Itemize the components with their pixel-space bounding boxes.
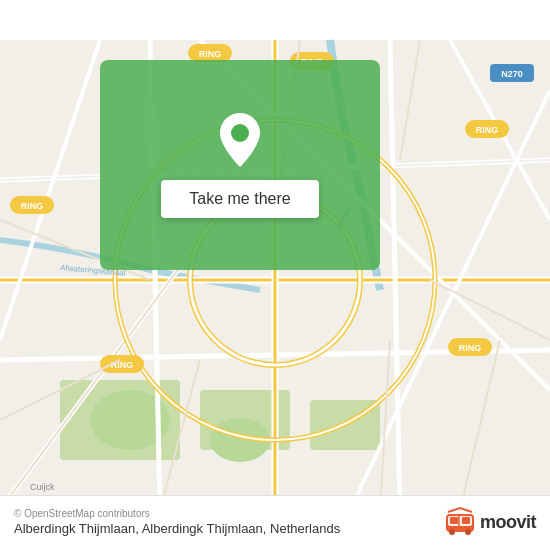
copyright-text: © OpenStreetMap contributors (14, 508, 340, 519)
svg-point-53 (449, 529, 455, 535)
moovit-logo: moovit (444, 506, 536, 538)
svg-text:RING: RING (111, 360, 134, 370)
svg-text:Cuijck: Cuijck (30, 482, 55, 492)
map-container: RING RING RING RING RING RING N270 Cuijc… (0, 0, 550, 550)
svg-text:RING: RING (476, 125, 499, 135)
take-me-there-button[interactable]: Take me there (161, 180, 318, 218)
svg-rect-55 (450, 517, 458, 524)
svg-text:RING: RING (199, 49, 222, 59)
moovit-text: moovit (480, 512, 536, 533)
svg-rect-56 (462, 517, 470, 524)
moovit-logo-icon (444, 506, 476, 538)
footer: © OpenStreetMap contributors Alberdingk … (0, 495, 550, 550)
location-overlay: Take me there (100, 60, 380, 270)
location-pin-icon (216, 112, 264, 168)
svg-text:RING: RING (459, 343, 482, 353)
svg-point-50 (231, 124, 249, 142)
footer-info: © OpenStreetMap contributors Alberdingk … (14, 508, 340, 536)
address-text: Alberdingk Thijmlaan, Alberdingk Thijmla… (14, 521, 340, 536)
svg-text:N270: N270 (501, 69, 523, 79)
svg-text:RING: RING (21, 201, 44, 211)
svg-point-54 (465, 529, 471, 535)
